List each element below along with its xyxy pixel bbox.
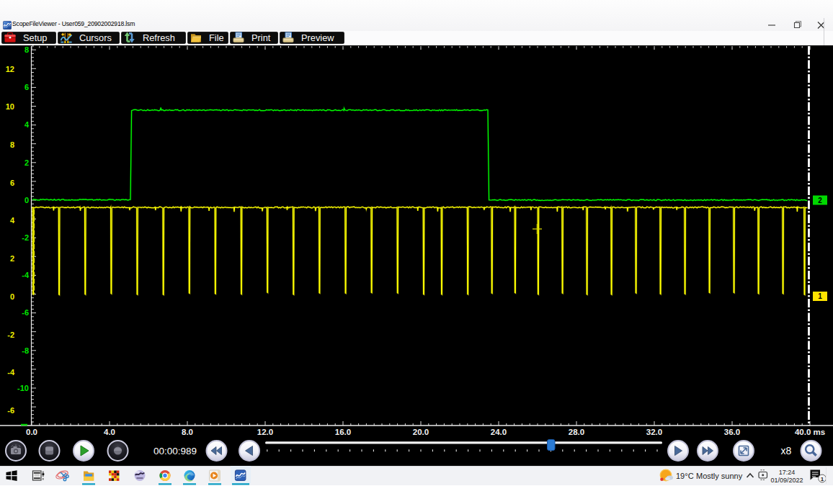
svg-text:6: 6 — [24, 83, 29, 91]
svg-text:17:24: 17:24 — [779, 469, 796, 476]
svg-text:8: 8 — [10, 140, 14, 149]
svg-text:2: 2 — [24, 158, 29, 167]
svg-text:2: 2 — [10, 254, 14, 263]
svg-text:-10: -10 — [17, 384, 29, 392]
svg-text:10: 10 — [6, 102, 14, 111]
svg-text:0: 0 — [10, 292, 14, 301]
svg-text:8: 8 — [24, 45, 29, 54]
svg-text:-4: -4 — [22, 271, 30, 279]
svg-text:-6: -6 — [7, 406, 14, 415]
svg-text:00:00:989: 00:00:989 — [153, 446, 197, 456]
svg-text:4: 4 — [24, 120, 30, 129]
svg-text:1: 1 — [818, 292, 822, 300]
svg-text:1: 1 — [821, 476, 824, 482]
svg-text:-6: -6 — [22, 308, 29, 317]
svg-text:Mostly sunny: Mostly sunny — [696, 472, 743, 480]
svg-text:4: 4 — [10, 216, 15, 225]
svg-text:0: 0 — [24, 196, 29, 204]
svg-text:01/09/2022: 01/09/2022 — [770, 477, 803, 484]
svg-text:-2: -2 — [7, 330, 14, 339]
svg-text:x8: x8 — [781, 445, 792, 456]
svg-text:-8: -8 — [22, 346, 29, 355]
svg-text:19°C: 19°C — [676, 472, 694, 480]
svg-text:-2: -2 — [22, 233, 29, 242]
svg-text:-4: -4 — [7, 368, 15, 377]
svg-text:2: 2 — [818, 197, 822, 204]
svg-text:12: 12 — [6, 65, 14, 73]
svg-text:6: 6 — [10, 179, 14, 187]
